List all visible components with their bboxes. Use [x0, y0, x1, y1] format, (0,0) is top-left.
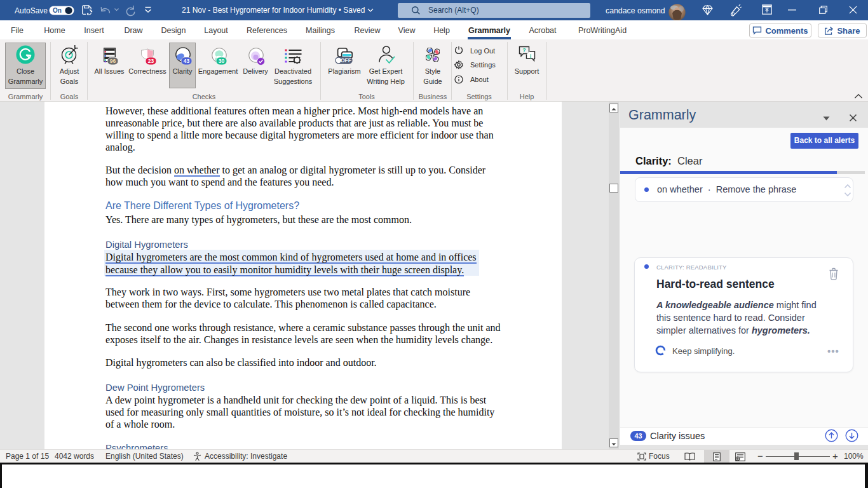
svg-text:23: 23 — [148, 58, 154, 64]
svg-text:?: ? — [522, 47, 526, 53]
svg-text:43: 43 — [184, 58, 190, 64]
svg-text:i: i — [530, 53, 532, 60]
svg-text:96: 96 — [110, 58, 116, 64]
svg-text:OFF: OFF — [341, 57, 351, 64]
svg-text:30: 30 — [219, 58, 225, 64]
svg-text:On: On — [53, 7, 62, 14]
